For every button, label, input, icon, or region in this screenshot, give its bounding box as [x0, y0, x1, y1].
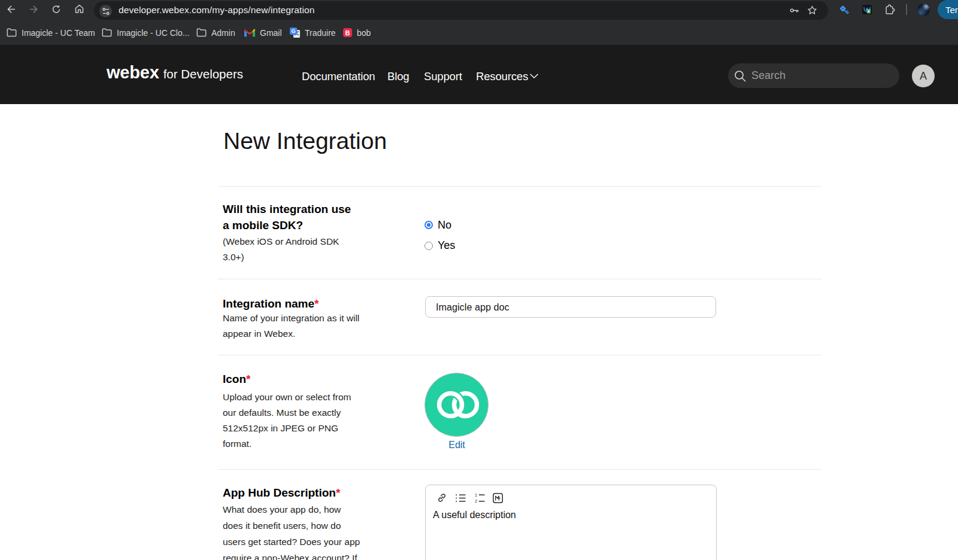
svg-text:2: 2 [475, 499, 477, 503]
svg-text:1: 1 [475, 494, 477, 497]
